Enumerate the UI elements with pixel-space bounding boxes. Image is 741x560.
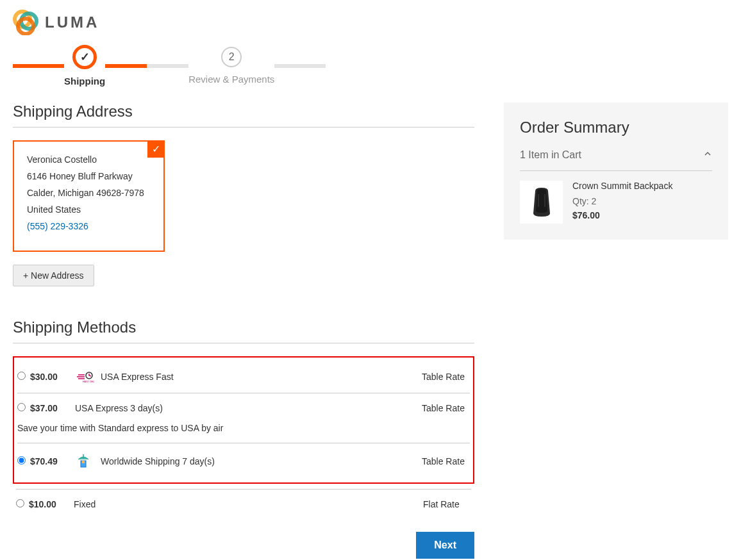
worldwide-shipping-icon [75,453,101,470]
address-phone[interactable]: (555) 229-3326 [27,221,151,231]
method-carrier: Table Rate [422,456,473,466]
shipping-radio-0[interactable] [17,372,26,380]
cart-item: Crown Summit Backpack Qty: 2 $76.00 [520,171,712,224]
item-name: Crown Summit Backpack [572,181,712,191]
shipping-method-row[interactable]: $10.00 Fixed Flat Rate [13,490,474,519]
shipping-method-row[interactable]: $70.49 Worldwide Shipping 7 day(s) Table… [14,443,473,479]
fast-delivery-icon: FAST DELIVERY [75,370,101,383]
chevron-up-icon [703,149,712,161]
address-card[interactable]: ✓ Veronica Costello 6146 Honey Bluff Par… [13,140,165,252]
cart-count-label: 1 Item in Cart [520,149,581,161]
shipping-radio-1[interactable] [17,403,26,411]
progress-line-1 [13,64,64,68]
checkout-progress: ✓ Shipping 2 Review & Payments [13,45,728,86]
shipping-method-row[interactable]: $30.00 FAST DELIVERY USA Expres [14,361,473,393]
cart-toggle[interactable]: 1 Item in Cart [520,149,712,171]
check-icon: ✓ [152,143,160,155]
address-street: 6146 Honey Bluff Parkway [27,171,151,181]
check-icon: ✓ [80,50,90,64]
progress-line-3 [147,64,188,68]
logo-area: LUMA [13,10,728,35]
address-city: Calder, Michigan 49628-7978 [27,188,151,198]
method-price: $37.00 [30,403,75,413]
shipping-methods-title: Shipping Methods [13,318,474,343]
progress-line-4 [274,64,326,68]
order-summary: Order Summary 1 Item in Cart [504,103,728,240]
new-address-button[interactable]: + New Address [13,265,94,286]
svg-rect-6 [82,461,85,463]
method-price: $10.00 [29,499,74,509]
method-carrier: Flat Rate [423,499,474,509]
item-price: $76.00 [572,210,712,220]
method-name: USA Express Fast [101,372,422,382]
method-carrier: Table Rate [422,403,473,413]
method-price: $30.00 [30,372,75,382]
step2-number: 2 [229,51,235,63]
highlighted-methods: $30.00 FAST DELIVERY USA Expres [13,356,474,484]
shipping-method-row[interactable]: $37.00 USA Express 3 day(s) Table Rate [14,393,473,423]
shipping-radio-2[interactable] [17,456,26,465]
brand-name: LUMA [45,13,99,31]
method-name: USA Express 3 day(s) [75,403,422,413]
method-name: Fixed [74,499,423,509]
method-name: Worldwide Shipping 7 day(s) [101,456,422,466]
logo-icon [13,10,38,35]
svg-text:FAST DELIVERY: FAST DELIVERY [83,380,94,383]
order-summary-title: Order Summary [520,119,712,136]
method-price: $70.49 [30,456,75,466]
step1-label: Shipping [64,76,105,86]
product-image [520,181,563,224]
progress-line-2 [105,64,147,68]
selected-badge: ✓ [147,140,165,158]
shipping-address-title: Shipping Address [13,103,474,128]
method-description: Save your time with Standard express to … [14,423,473,443]
shipping-radio-3[interactable] [16,499,24,507]
next-button[interactable]: Next [416,532,474,559]
progress-step-shipping[interactable]: ✓ [72,45,97,69]
step2-label: Review & Payments [188,74,274,85]
address-country: United States [27,204,151,215]
progress-step-review[interactable]: 2 [221,47,242,67]
address-name: Veronica Costello [27,154,151,165]
method-carrier: Table Rate [422,372,473,382]
item-qty: Qty: 2 [572,196,712,206]
